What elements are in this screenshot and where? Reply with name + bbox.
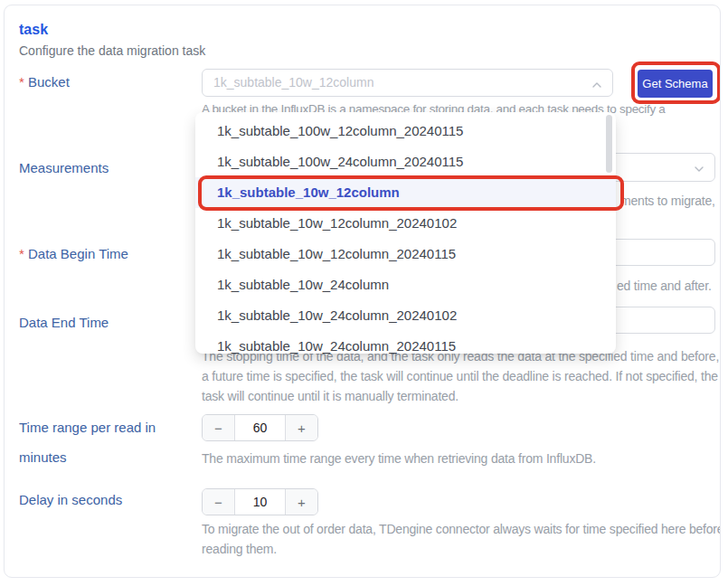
time-range-stepper: − 60 + [202,414,318,441]
data-begin-time-label: Data Begin Time [19,246,128,261]
data-begin-time-help-text: ed time and after. [617,276,712,296]
bucket-dropdown-menu: 1k_subtable_100w_12column_20240115 1k_su… [195,112,616,354]
measurements-label: Measurements [19,160,109,175]
page-title: task [19,22,48,38]
time-range-value[interactable]: 60 [235,415,285,440]
dropdown-option-selected[interactable]: 1k_subtable_10w_12column [195,177,616,208]
delay-value[interactable]: 10 [235,489,285,515]
dropdown-option[interactable]: 1k_subtable_100w_24column_20240115 [195,146,616,177]
data-end-time-help-text: The stopping time of the data, and the t… [202,346,721,406]
page-subtitle: Configure the data migration task [19,43,205,58]
task-config-card: task Configure the data migration task B… [4,5,721,578]
plus-button[interactable]: + [285,489,317,515]
plus-button[interactable]: + [285,415,317,440]
dropdown-option[interactable]: 1k_subtable_10w_24column_20240115 [195,331,616,354]
get-schema-button[interactable]: Get Schema [638,70,713,98]
minus-button[interactable]: − [203,489,235,515]
bucket-select[interactable]: 1k_subtable_10w_12column [202,69,613,97]
dropdown-scrollbar[interactable] [606,115,612,173]
dropdown-option[interactable]: 1k_subtable_100w_12column_20240115 [195,116,616,146]
measurements-help-text: ments to migrate, [620,191,715,211]
chevron-down-icon [694,162,704,173]
bucket-label: Bucket [19,74,70,90]
bucket-select-value: 1k_subtable_10w_12column [203,70,612,96]
minus-button[interactable]: − [203,415,235,440]
dropdown-option[interactable]: 1k_subtable_10w_12column_20240115 [195,239,616,269]
time-range-help-text: The maximum time range every time when r… [202,449,721,468]
chevron-up-icon [591,78,602,89]
dropdown-option[interactable]: 1k_subtable_10w_12column_20240102 [195,208,616,239]
delay-help-text: To migrate the out of order data, TDengi… [202,519,721,559]
dropdown-option[interactable]: 1k_subtable_10w_24column_20240102 [195,300,616,331]
time-range-label: Time range per read in minutes [19,412,177,472]
data-end-time-label: Data End Time [19,315,109,330]
dropdown-option[interactable]: 1k_subtable_10w_24column [195,269,616,300]
delay-stepper: − 10 + [202,488,318,515]
delay-label: Delay in seconds [19,492,122,507]
